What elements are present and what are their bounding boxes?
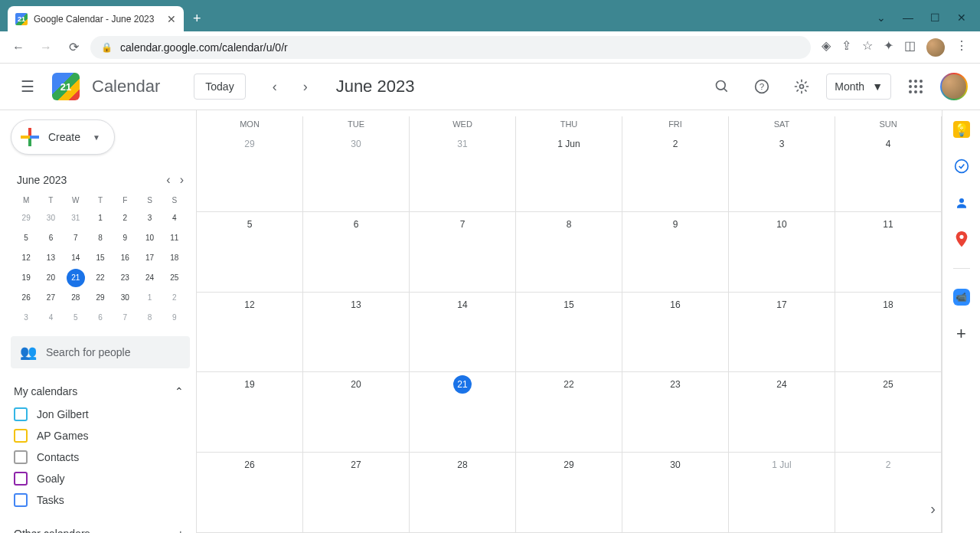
day-cell[interactable]: 4 [835, 132, 942, 212]
mini-day[interactable]: 24 [141, 269, 159, 287]
search-people-input[interactable]: 👥 Search for people [11, 336, 190, 368]
calendar-item[interactable]: Tasks [11, 489, 190, 511]
tasks-icon[interactable] [953, 158, 970, 175]
mini-day[interactable]: 13 [41, 249, 60, 267]
calendar-checkbox[interactable] [14, 407, 28, 421]
prev-period-button[interactable]: ‹ [263, 74, 287, 99]
maps-icon[interactable] [953, 231, 970, 248]
day-cell[interactable]: 19 [197, 372, 303, 453]
day-cell[interactable]: 31 [410, 132, 516, 212]
mini-day[interactable]: 11 [165, 229, 184, 247]
mini-day[interactable]: 5 [17, 229, 35, 247]
day-cell[interactable]: 2 [835, 453, 942, 533]
day-cell[interactable]: 14 [410, 293, 516, 373]
new-tab-button[interactable]: + [184, 11, 211, 31]
mini-day[interactable]: 8 [91, 229, 109, 247]
mini-day[interactable]: 29 [91, 289, 109, 307]
close-tab-icon[interactable]: ✕ [167, 13, 176, 25]
day-cell[interactable]: 16 [622, 293, 729, 373]
day-cell[interactable]: 12 [197, 293, 303, 373]
day-cell[interactable]: 6 [303, 212, 410, 293]
day-cell[interactable]: 23 [622, 372, 729, 453]
mini-day[interactable]: 9 [116, 229, 134, 247]
reload-button[interactable]: ⟳ [63, 37, 84, 58]
day-cell[interactable]: 25 [835, 372, 942, 453]
calendar-item[interactable]: Goaly [11, 468, 190, 489]
day-cell[interactable]: 29 [516, 453, 622, 533]
mini-day[interactable]: 21 [67, 269, 85, 287]
day-cell[interactable]: 11 [835, 212, 942, 293]
mini-day[interactable]: 30 [116, 289, 134, 307]
mini-day[interactable]: 23 [116, 269, 134, 287]
zoom-icon[interactable]: 📹 [953, 289, 970, 306]
mini-day[interactable]: 6 [91, 309, 109, 327]
mini-day[interactable]: 25 [165, 269, 184, 287]
mini-day[interactable]: 16 [116, 249, 134, 267]
calendar-checkbox[interactable] [14, 429, 28, 443]
calendar-checkbox[interactable] [14, 493, 28, 507]
close-window-button[interactable]: ✕ [957, 11, 966, 24]
mini-day[interactable]: 31 [67, 209, 85, 227]
add-calendar-icon[interactable]: + [178, 528, 184, 533]
mini-day[interactable]: 18 [165, 249, 184, 267]
calendar-checkbox[interactable] [14, 472, 28, 486]
account-avatar[interactable] [940, 73, 968, 100]
extensions-icon[interactable]: ✦ [884, 38, 893, 57]
mini-next-button[interactable]: › [180, 173, 184, 187]
minimize-button[interactable]: — [903, 11, 913, 24]
today-button[interactable]: Today [194, 74, 245, 100]
mini-day[interactable]: 8 [141, 309, 159, 327]
mini-day[interactable]: 4 [41, 309, 60, 327]
day-cell[interactable]: 7 [410, 212, 516, 293]
day-cell[interactable]: 15 [516, 293, 622, 373]
search-icon[interactable] [707, 71, 737, 102]
mini-day[interactable]: 17 [141, 249, 159, 267]
day-cell[interactable]: 24 [729, 372, 835, 453]
keep-icon[interactable]: 💡 [953, 121, 970, 138]
mini-day[interactable]: 30 [41, 209, 60, 227]
mini-day[interactable]: 1 [141, 289, 159, 307]
browser-tab[interactable]: 21 Google Calendar - June 2023 ✕ [8, 6, 184, 31]
maximize-button[interactable]: ☐ [930, 11, 940, 24]
add-addon-button[interactable]: + [953, 325, 970, 342]
settings-icon[interactable] [786, 71, 817, 102]
mini-day[interactable]: 12 [17, 249, 35, 267]
day-cell[interactable]: 18 [835, 293, 942, 373]
mini-day[interactable]: 1 [91, 209, 109, 227]
view-selector[interactable]: Month ▼ [826, 74, 891, 100]
main-menu-button[interactable]: ☰ [12, 71, 43, 102]
day-cell[interactable]: 28 [410, 453, 516, 533]
contacts-icon[interactable] [953, 195, 970, 211]
mini-day[interactable]: 26 [17, 289, 35, 307]
day-cell[interactable]: 3 [729, 132, 835, 212]
calendar-checkbox[interactable] [14, 450, 28, 464]
profile-avatar[interactable] [926, 38, 945, 57]
mini-day[interactable]: 29 [17, 209, 35, 227]
lens-icon[interactable]: ◈ [822, 38, 831, 57]
my-calendars-header[interactable]: My calendars ⌃ [11, 382, 190, 404]
day-cell[interactable]: 9 [622, 212, 729, 293]
mini-day[interactable]: 2 [116, 209, 134, 227]
show-side-panel-button[interactable]: › [930, 500, 936, 518]
calendar-item[interactable]: AP Games [11, 425, 190, 446]
day-cell[interactable]: 17 [729, 293, 835, 373]
day-cell[interactable]: 29 [197, 132, 303, 212]
mini-day[interactable]: 4 [165, 209, 184, 227]
mini-day[interactable]: 19 [17, 269, 35, 287]
share-icon[interactable]: ⇪ [841, 38, 851, 57]
calendar-item[interactable]: Contacts [11, 446, 190, 468]
day-cell[interactable]: 8 [516, 212, 622, 293]
next-period-button[interactable]: › [293, 74, 318, 99]
mini-day[interactable]: 3 [141, 209, 159, 227]
mini-day[interactable]: 15 [91, 249, 109, 267]
day-cell[interactable]: 2 [622, 132, 729, 212]
mini-prev-button[interactable]: ‹ [166, 173, 170, 187]
google-apps-button[interactable] [900, 71, 931, 102]
day-cell[interactable]: 30 [303, 132, 410, 212]
forward-button[interactable]: → [35, 37, 57, 58]
other-calendars-header[interactable]: Other calendars + [11, 525, 190, 533]
mini-day[interactable]: 7 [116, 309, 134, 327]
mini-day[interactable]: 28 [67, 289, 85, 307]
day-cell[interactable]: 1 Jun [516, 132, 622, 212]
day-cell[interactable]: 13 [303, 293, 410, 373]
